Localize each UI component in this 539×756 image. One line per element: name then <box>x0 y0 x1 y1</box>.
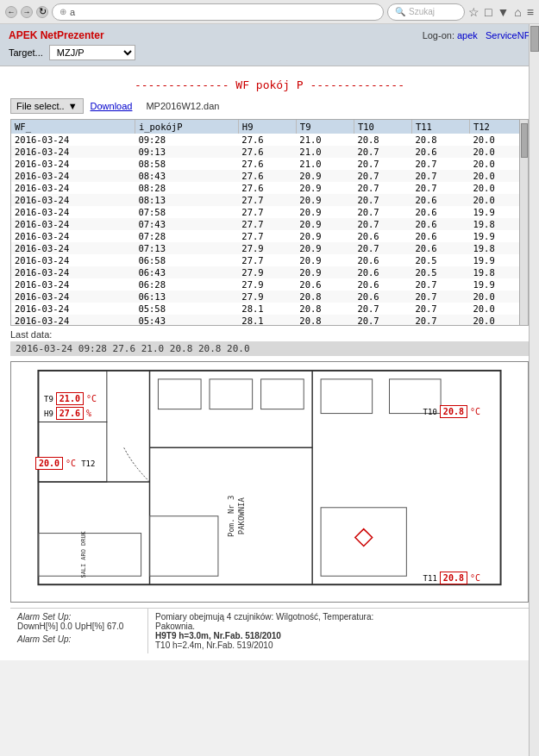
file-name: MP2016W12.dan <box>146 101 219 111</box>
star-icon[interactable]: ☆ <box>468 5 479 19</box>
table-cell: 20.6 <box>411 218 469 230</box>
t11-label: T11 <box>423 574 437 583</box>
table-cell: 21.0 <box>296 158 354 170</box>
table-cell: 20.8 <box>296 291 354 303</box>
scrollbar-thumb[interactable] <box>521 123 528 158</box>
table-cell: 20.6 <box>354 230 411 242</box>
table-cell: 20.7 <box>411 291 469 303</box>
table-row: 2016-03-2406:2827.920.620.620.719.9 <box>11 278 528 291</box>
table-cell: 08:58 <box>135 158 238 170</box>
table-cell: 2016-03-24 <box>11 266 135 278</box>
search-placeholder: Szukaj <box>409 7 435 16</box>
table-cell: 2016-03-24 <box>11 146 135 158</box>
table-cell: 27.7 <box>238 218 296 230</box>
browser-icons: ☆ □ ▼ ⌂ ≡ <box>468 5 534 19</box>
back-button[interactable]: ← <box>5 6 17 18</box>
table-cell: 07:43 <box>135 218 238 230</box>
t9-value: 21.0 <box>60 394 80 403</box>
table-cell: 20.9 <box>296 230 354 242</box>
table-cell: 20.9 <box>296 218 354 230</box>
svg-text:PAKOWNIA: PAKOWNIA <box>237 497 246 535</box>
col-t10: T10 <box>354 120 411 134</box>
t9-sensor-area: T9 21.0 °C H9 27.6 % <box>44 392 97 420</box>
table-row: 2016-03-2408:1327.720.920.720.620.0 <box>11 194 528 206</box>
alarm-panel: Alarm Set Up: DownH[%] 0.0 UpH[%] 67.0 A… <box>10 609 148 653</box>
svg-rect-6 <box>38 422 106 483</box>
table-cell: 27.9 <box>238 266 296 278</box>
url-bar[interactable]: ⊕ a <box>52 3 384 21</box>
table-cell: 2016-03-24 <box>11 254 135 266</box>
info-line-2: Pakownia. <box>155 622 522 631</box>
table-cell: 27.9 <box>238 242 296 254</box>
table-cell: 20.9 <box>296 194 354 206</box>
table-cell: 2016-03-24 <box>11 170 135 182</box>
service-link[interactable]: ServiceNP <box>486 30 530 41</box>
bottom-section: Alarm Set Up: DownH[%] 0.0 UpH[%] 67.0 A… <box>10 608 529 653</box>
svg-rect-14 <box>38 534 141 577</box>
svg-rect-10 <box>321 379 373 414</box>
table-row: 2016-03-2406:1327.920.820.620.720.0 <box>11 291 528 303</box>
download-icon[interactable]: ▼ <box>498 5 510 19</box>
table-cell: 20.6 <box>354 278 411 291</box>
svg-rect-0 <box>38 371 500 584</box>
reload-button[interactable]: ↻ <box>36 6 48 18</box>
table-cell: 20.6 <box>411 146 469 158</box>
main-content: -------------- WF pokój P --------------… <box>0 66 539 660</box>
page-scrollbar-thumb[interactable] <box>530 26 539 52</box>
table-cell: 20.7 <box>354 315 411 326</box>
table-cell: 20.7 <box>354 303 411 315</box>
data-table-container: WF_ i_pokójP H9 T9 T10 T11 T12 2016-03-2… <box>10 119 529 326</box>
table-cell: 20.7 <box>354 170 411 182</box>
table-row: 2016-03-2408:5827.621.020.720.720.0 <box>11 158 528 170</box>
file-select-label: File select.. <box>16 101 65 111</box>
last-data-value: 2016-03-24 09:28 27.6 21.0 20.8 20.8 20.… <box>10 341 529 356</box>
t11-sensor-area: T11 20.8 °C <box>423 572 480 584</box>
t12-label: T12 <box>81 459 95 468</box>
dropdown-arrow-icon: ▼ <box>68 101 78 111</box>
table-row: 2016-03-2408:4327.620.920.720.720.0 <box>11 170 528 182</box>
table-cell: 2016-03-24 <box>11 315 135 326</box>
scrollbar[interactable] <box>519 120 528 325</box>
table-row: 2016-03-2405:4328.120.820.720.720.0 <box>11 315 528 326</box>
table-cell: 05:58 <box>135 303 238 315</box>
table-cell: 2016-03-24 <box>11 182 135 194</box>
table-cell: 08:13 <box>135 194 238 206</box>
table-cell: 20.9 <box>296 266 354 278</box>
table-row: 2016-03-2407:5827.720.920.720.619.9 <box>11 206 528 218</box>
info-line-4: T10 h=2.4m, Nr.Fab. 519/2010 <box>155 640 522 650</box>
table-row: 2016-03-2409:1327.621.020.720.620.0 <box>11 146 528 158</box>
brand: APEK NetPrezenter <box>9 29 104 41</box>
file-select-button[interactable]: File select.. ▼ <box>10 98 84 114</box>
forward-button[interactable]: → <box>21 6 33 18</box>
download-link[interactable]: Download <box>91 101 133 111</box>
browser-chrome: ← → ↻ ⊕ a 🔍 Szukaj ☆ □ ▼ ⌂ ≡ <box>0 0 539 24</box>
table-cell: 28.1 <box>238 303 296 315</box>
search-box[interactable]: 🔍 Szukaj <box>387 3 465 21</box>
table-cell: 27.6 <box>238 182 296 194</box>
bookmark-icon[interactable]: □ <box>485 5 492 19</box>
table-row: 2016-03-2407:1327.920.920.720.619.8 <box>11 242 528 254</box>
col-t9: T9 <box>296 120 354 134</box>
table-cell: 20.7 <box>354 194 411 206</box>
table-cell: 06:28 <box>135 278 238 291</box>
table-cell: 20.6 <box>354 291 411 303</box>
table-cell: 20.7 <box>411 303 469 315</box>
t9-label: T9 <box>44 395 53 403</box>
app-header: APEK NetPrezenter Log-on: apek ServiceNP… <box>0 24 539 66</box>
table-cell: 2016-03-24 <box>11 242 135 254</box>
table-cell: 27.9 <box>238 291 296 303</box>
home-icon[interactable]: ⌂ <box>514 5 521 19</box>
table-cell: 27.6 <box>238 170 296 182</box>
t10-value: 20.8 <box>443 407 464 416</box>
h9-unit: % <box>86 409 91 418</box>
target-select[interactable]: MZJ/P <box>49 45 135 60</box>
table-row: 2016-03-2405:5828.120.820.720.720.0 <box>11 303 528 315</box>
table-cell: 20.9 <box>296 206 354 218</box>
page-scrollbar[interactable] <box>529 24 539 660</box>
alarm-title-2: Alarm Set Up: <box>17 634 141 644</box>
menu-icon[interactable]: ≡ <box>527 5 534 19</box>
table-cell: 20.8 <box>296 303 354 315</box>
user-link[interactable]: apek <box>457 30 478 41</box>
table-cell: 27.6 <box>238 158 296 170</box>
table-cell: 21.0 <box>296 146 354 158</box>
